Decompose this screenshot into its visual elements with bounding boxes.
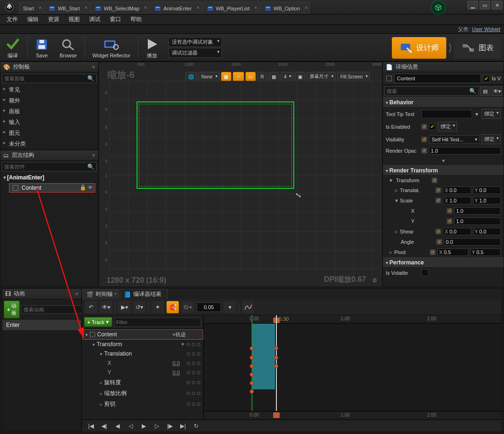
track-filter-input[interactable]: [116, 319, 199, 325]
hierarchy-search[interactable]: 🔍: [2, 162, 97, 171]
tooltip-input[interactable]: [421, 110, 472, 118]
panel-header-details[interactable]: 📄 详细信息: [383, 62, 504, 72]
breadcrumb-link[interactable]: User Widget: [472, 26, 500, 32]
menu-debug[interactable]: 调试: [84, 15, 105, 24]
loop-button[interactable]: ↺▾: [133, 301, 145, 313]
view-list-icon[interactable]: ▤: [480, 86, 490, 96]
track-translation[interactable]: ▾Translation: [82, 349, 203, 358]
palette-item[interactable]: 面板: [0, 106, 98, 117]
close-button[interactable]: ✕: [492, 1, 502, 9]
palette-item[interactable]: 常见: [0, 85, 98, 95]
keyframe[interactable]: [250, 346, 254, 350]
reset-icon[interactable]: ↺: [432, 178, 437, 183]
fill-screen-dropdown[interactable]: Fill Screen: [337, 72, 369, 81]
snap-button[interactable]: 🧲: [167, 301, 179, 313]
track-content[interactable]: ▾Content+轨迹: [82, 329, 203, 340]
eye-icon[interactable]: 👁: [88, 185, 93, 191]
tab-animatenter[interactable]: AnimatEnter×: [150, 2, 202, 14]
hierarchy-search-input[interactable]: [4, 164, 87, 170]
details-search[interactable]: 🔍: [384, 86, 479, 96]
add-subtrack-button[interactable]: +轨迹: [173, 331, 186, 338]
hierarchy-item-content[interactable]: Content 🔓👁: [9, 183, 95, 193]
play-forward-button[interactable]: ▶: [138, 421, 149, 431]
is-volatile-checkbox[interactable]: [421, 269, 428, 276]
view-button[interactable]: 👁▾: [100, 301, 112, 313]
palette-item[interactable]: 未分类: [0, 139, 98, 149]
toggle-b[interactable]: ▭: [245, 72, 256, 81]
tab-graph[interactable]: 图表: [454, 37, 501, 59]
reset-icon[interactable]: ↺: [447, 218, 452, 224]
save-button[interactable]: Save: [31, 35, 53, 61]
bind-button[interactable]: 绑定: [481, 134, 501, 144]
keyframe[interactable]: [250, 381, 254, 385]
track-transform[interactable]: ▾Transform+: [82, 340, 203, 349]
reset-icon[interactable]: ↺: [447, 208, 452, 214]
selection-rect[interactable]: [137, 101, 294, 189]
render-opacity-input[interactable]: [431, 148, 499, 154]
screen-size-dropdown[interactable]: 屏幕尺寸: [306, 72, 336, 81]
keyframe[interactable]: [274, 364, 278, 368]
curve-button[interactable]: [242, 301, 254, 313]
keyframe[interactable]: [250, 389, 254, 394]
widget-name-input[interactable]: [394, 74, 481, 83]
palette-search[interactable]: 🔍: [2, 74, 97, 83]
palette-search-input[interactable]: [4, 76, 87, 81]
pivot-y[interactable]: [476, 249, 499, 255]
is-variable-checkbox[interactable]: ✔: [483, 75, 490, 82]
palette-item[interactable]: 额外: [0, 95, 98, 106]
anim-search[interactable]: [21, 305, 91, 314]
track-shear[interactable]: ▹剪切: [82, 399, 203, 410]
palette-item[interactable]: 图元: [0, 128, 98, 139]
add-animation-button[interactable]: +动画: [4, 301, 20, 318]
add-track-button[interactable]: +Track ▾: [84, 317, 112, 327]
menu-help[interactable]: 帮助: [126, 15, 146, 24]
panel-header-animations[interactable]: 🎞 动画 ×: [2, 289, 81, 299]
maximize-button[interactable]: ▭: [480, 1, 490, 9]
fps-button[interactable]: ⏲▾: [182, 301, 194, 313]
menu-file[interactable]: 文件: [2, 15, 23, 24]
step-back-button[interactable]: ◀|: [99, 421, 109, 431]
close-icon[interactable]: ×: [92, 64, 95, 70]
reset-icon[interactable]: ↺: [436, 239, 442, 245]
play-reverse-button[interactable]: ◀: [112, 421, 122, 431]
palette-item[interactable]: 输入: [0, 117, 98, 128]
tab-start[interactable]: Start×: [19, 2, 44, 14]
reset-icon[interactable]: ↺: [421, 137, 427, 142]
reset-icon[interactable]: ↺: [435, 229, 441, 234]
minimize-button[interactable]: ▁: [467, 1, 478, 9]
tab-compiler-results[interactable]: 📘编译器结果: [120, 289, 168, 299]
anim-search-input[interactable]: [23, 307, 88, 312]
goto-start-button[interactable]: |◀: [86, 421, 96, 431]
loop-toggle[interactable]: ↻: [191, 421, 201, 431]
panel-header-hierarchy[interactable]: 🗂 层次结构 ×: [0, 150, 98, 161]
timeline-ruler-bottom[interactable]: 0.00 1.00 2.00: [204, 411, 502, 419]
shear-x[interactable]: [450, 229, 469, 234]
scale-x[interactable]: [450, 198, 469, 203]
close-icon[interactable]: ×: [144, 5, 147, 10]
track-y[interactable]: Y0.0: [82, 368, 203, 377]
eye-icon[interactable]: 👁▾: [492, 86, 502, 96]
designer-canvas[interactable]: 缩放-6 500 1000 1500 2000 2500 3000 0 0 5 …: [99, 62, 382, 287]
close-icon[interactable]: ×: [75, 291, 78, 297]
play-button[interactable]: 播放: [141, 35, 163, 61]
toggle-lock[interactable]: 🔒: [233, 72, 244, 81]
timeline-graph[interactable]: 0.00 0.30 1.00 2.00: [204, 315, 502, 419]
tab-wb-playerlist[interactable]: WB_PlayerList×: [203, 2, 260, 14]
browse-button[interactable]: Browse: [55, 35, 82, 61]
reset-icon[interactable]: ↺: [435, 198, 441, 203]
lock-icon[interactable]: 🔓: [80, 185, 86, 191]
keyframe[interactable]: [250, 356, 254, 360]
visibility-combo[interactable]: Self Hit Test...: [429, 135, 480, 144]
scale-y2[interactable]: [456, 218, 499, 224]
angle-input[interactable]: [446, 239, 499, 245]
close-icon[interactable]: ×: [38, 5, 41, 10]
bind-button[interactable]: 绑定: [438, 122, 457, 132]
btn-grid[interactable]: ▦: [269, 72, 279, 81]
step-button[interactable]: ▾: [224, 301, 236, 313]
toggle-a[interactable]: ▦: [221, 72, 231, 81]
menu-edit[interactable]: 编辑: [23, 15, 43, 24]
close-icon[interactable]: ×: [92, 152, 95, 159]
time-input[interactable]: [197, 302, 221, 312]
menu-view[interactable]: 视图: [64, 15, 84, 24]
btn-r[interactable]: R: [257, 72, 267, 81]
